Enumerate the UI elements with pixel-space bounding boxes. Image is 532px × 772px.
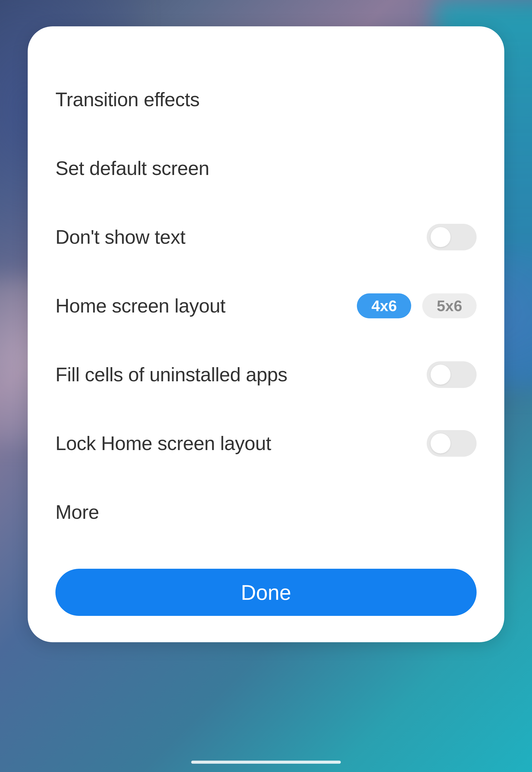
fill-cells-row: Fill cells of uninstalled apps [55,340,477,409]
layout-option-4x6[interactable]: 4x6 [357,293,411,318]
toggle-knob [431,365,451,385]
transition-effects-label: Transition effects [55,88,199,111]
dont-show-text-toggle[interactable] [427,224,477,251]
home-layout-label: Home screen layout [55,295,226,317]
lock-layout-toggle[interactable] [427,430,477,457]
fill-cells-label: Fill cells of uninstalled apps [55,364,287,386]
done-button[interactable]: Done [55,569,477,616]
toggle-knob [431,227,451,247]
settings-panel: Transition effects Set default screen Do… [28,26,504,642]
lock-layout-row: Lock Home screen layout [55,409,477,478]
more-label: More [55,501,99,523]
dont-show-text-row: Don't show text [55,203,477,272]
default-screen-row[interactable]: Set default screen [55,134,477,203]
home-layout-row: Home screen layout 4x6 5x6 [55,272,477,340]
settings-list: Transition effects Set default screen Do… [55,65,477,546]
dont-show-text-label: Don't show text [55,226,185,248]
fill-cells-toggle[interactable] [427,361,477,388]
lock-layout-label: Lock Home screen layout [55,432,271,454]
toggle-knob [431,433,451,453]
more-row[interactable]: More [55,478,477,546]
layout-option-5x6[interactable]: 5x6 [422,293,477,318]
default-screen-label: Set default screen [55,157,209,179]
transition-effects-row[interactable]: Transition effects [55,65,477,134]
home-indicator[interactable] [191,761,341,764]
